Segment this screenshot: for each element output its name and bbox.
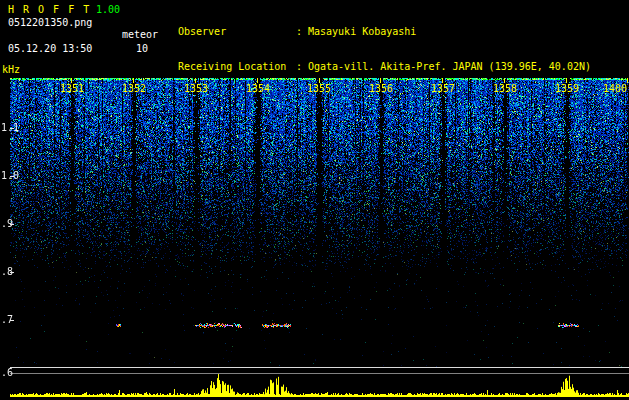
freq-tick-label: .8: [1, 266, 13, 277]
info-colon: :: [296, 61, 308, 72]
info-row-location: Receiving Location:Ogata-vill. Akita-Pre…: [178, 61, 591, 74]
info-colon: :: [296, 26, 308, 37]
time-tick-label: 1352: [122, 83, 146, 94]
freq-tick-label: .7: [1, 314, 13, 325]
hrofft-output: H R O F F T 1.00 0512201350.png meteor 0…: [0, 0, 629, 400]
observation-mode: meteor: [122, 29, 158, 40]
info-label: Observer: [178, 26, 296, 37]
time-tick-label: 1351: [60, 83, 84, 94]
time-tick-label: 1356: [369, 83, 393, 94]
output-filename: 0512201350.png: [8, 17, 92, 28]
signal-level-canvas: [10, 364, 629, 400]
freq-tick-label: .9: [1, 218, 13, 229]
info-value: Masayuki Kobayashi: [308, 26, 416, 37]
time-tick-label: 1354: [246, 83, 270, 94]
app-title: H R O F F T: [8, 4, 91, 15]
time-tick-label: 1359: [555, 83, 579, 94]
time-tick-label: 1400: [603, 83, 627, 94]
time-tick-label: 1357: [431, 83, 455, 94]
freq-axis-unit: kHz: [2, 64, 20, 75]
app-version: 1.00: [96, 4, 120, 15]
freq-tick-label: 1.0: [1, 170, 19, 181]
freq-tick-label: 1.1: [1, 122, 19, 133]
spectrogram-canvas: [10, 78, 629, 367]
time-tick-label: 1353: [184, 83, 208, 94]
info-row-observer: Observer:Masayuki Kobayashi: [178, 26, 591, 39]
time-tick-label: 1358: [493, 83, 517, 94]
info-value: Ogata-vill. Akita-Pref. JAPAN (139.96E, …: [308, 61, 591, 72]
interval-count: 10: [136, 43, 148, 54]
info-label: Receiving Location: [178, 61, 296, 72]
time-tick-label: 1355: [307, 83, 331, 94]
record-datetime: 05.12.20 13:50: [8, 43, 92, 54]
freq-tick-label: .6: [1, 367, 13, 378]
